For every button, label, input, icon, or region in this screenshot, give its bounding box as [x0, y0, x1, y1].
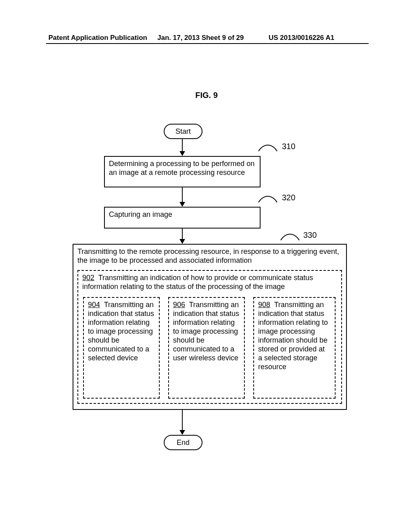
- header-rule: [46, 43, 369, 44]
- start-terminal: Start: [164, 124, 202, 139]
- swoosh-310: [258, 143, 278, 152]
- ref-902: 902: [82, 274, 94, 282]
- box-902-text: Transmitting an indication of how to pro…: [82, 274, 313, 291]
- header-left: Patent Application Publication: [48, 34, 147, 42]
- swoosh-330: [280, 232, 300, 241]
- header-right: US 2013/0016226 A1: [269, 34, 334, 42]
- arrowhead-320-330: [179, 239, 185, 244]
- arrowhead-330-end: [179, 430, 185, 435]
- ref-320: 320: [282, 193, 295, 202]
- swoosh-320: [258, 194, 278, 203]
- box-908-text: Transmitting an indication that status i…: [258, 301, 328, 371]
- box-320-text: Capturing an image: [109, 210, 172, 218]
- arrowhead-start-310: [179, 151, 185, 156]
- header-center: Jan. 17, 2013 Sheet 9 of 29: [157, 34, 244, 42]
- start-label: Start: [175, 127, 191, 135]
- ref-904: 904: [88, 301, 100, 309]
- arrow-start-310: [182, 139, 183, 151]
- box-904: 904 Transmitting an indication that stat…: [83, 297, 160, 399]
- arrow-330-end: [182, 410, 183, 430]
- ref-330: 330: [303, 231, 317, 240]
- page: Patent Application Publication Jan. 17, …: [0, 0, 413, 532]
- ref-310: 310: [282, 142, 295, 151]
- figure-title: FIG. 9: [0, 91, 413, 100]
- end-label: End: [177, 438, 190, 447]
- box-904-text: Transmitting an indication that status i…: [88, 301, 154, 362]
- box-908: 908 Transmitting an indication that stat…: [253, 297, 336, 399]
- box-906-text: Transmitting an indication that status i…: [173, 301, 239, 362]
- ref-908: 908: [258, 301, 270, 309]
- box-906: 906 Transmitting an indication that stat…: [168, 297, 245, 399]
- box-310: Determining a processing to be performed…: [104, 156, 261, 187]
- arrow-310-320: [182, 187, 183, 202]
- arrowhead-310-320: [179, 202, 185, 207]
- box-330-text: Transmitting to the remote processing re…: [77, 247, 339, 264]
- box-320: Capturing an image: [104, 207, 261, 229]
- arrow-320-330: [182, 229, 183, 239]
- box-310-text: Determining a processing to be performed…: [109, 160, 254, 177]
- end-terminal: End: [164, 435, 202, 450]
- ref-906: 906: [173, 301, 185, 309]
